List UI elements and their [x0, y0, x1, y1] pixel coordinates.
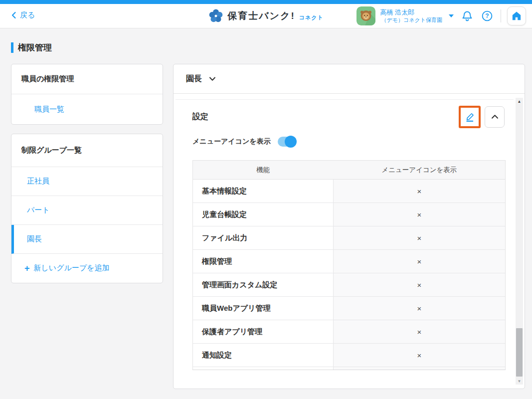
value-cell: × — [334, 226, 505, 249]
value-cell: × — [334, 297, 505, 320]
group-label: パート — [27, 205, 50, 215]
feature-cell — [193, 367, 334, 370]
logo-title: 保育士バンク! — [227, 9, 295, 22]
header-divider — [501, 9, 501, 22]
feature-cell: 管理画面カスタム設定 — [193, 273, 334, 296]
group-selector[interactable]: 園長 — [174, 64, 525, 94]
settings-scroll-area: 設定 メニューアイコンを表示 — [174, 94, 525, 389]
scroll-up-button[interactable]: ▲ — [516, 98, 523, 105]
value-cell: × — [334, 250, 505, 273]
highlight-annotation — [459, 106, 481, 128]
value-cell: × — [334, 203, 505, 226]
title-accent-bar — [11, 42, 13, 53]
group-card-title: 制限グループ一覧 — [11, 134, 163, 167]
sidebar-item-group-seishain[interactable]: 正社員 — [11, 167, 163, 196]
feature-cell: 権限管理 — [193, 250, 334, 273]
feature-cell: 児童台帳設定 — [193, 203, 334, 226]
table-row: 児童台帳設定 × — [193, 203, 505, 226]
sidebar-item-group-encho[interactable]: 園長 — [11, 225, 163, 254]
restriction-group-card: 制限グループ一覧 正社員 パート 園長 + 新しいグループを追加 — [11, 134, 163, 283]
user-org: （デモ）コネクト保育園 — [380, 16, 442, 24]
logo-subtitle: コネクト — [299, 14, 324, 21]
vertical-scrollbar[interactable]: ▲ ▼ — [516, 98, 523, 385]
table-row: 管理画面カスタム設定 × — [193, 273, 505, 297]
table-row: 基本情報設定 × — [193, 180, 505, 203]
column-header-menu-icon: メニューアイコンを表示 — [334, 161, 505, 179]
table-header-row: 機能 メニューアイコンを表示 — [193, 161, 505, 180]
back-link[interactable]: 戻る — [11, 10, 35, 20]
table-row-clipped — [193, 367, 505, 370]
collapse-button[interactable] — [485, 106, 505, 128]
staff-card-title: 職員の権限管理 — [11, 64, 163, 94]
plus-icon: + — [24, 264, 30, 273]
edit-button[interactable] — [461, 108, 479, 126]
user-name: 高橋 浩太郎 — [380, 8, 442, 17]
feature-cell: 通知設定 — [193, 344, 334, 367]
svg-text:?: ? — [485, 12, 489, 19]
chevron-down-icon — [209, 77, 216, 81]
page-title: 権限管理 — [18, 42, 52, 53]
settings-table-container: 機能 メニューアイコンを表示 基本情報設定 × 児童台帳設定 × ファイル出力 … — [192, 160, 506, 370]
add-group-label: 新しいグループを追加 — [34, 263, 110, 273]
bell-icon — [461, 10, 473, 22]
avatar — [356, 6, 375, 25]
scrollbar-thumb[interactable] — [516, 328, 523, 377]
app-header: 戻る 保育士バンク! コネクト — [0, 4, 532, 28]
table-row: 権限管理 × — [193, 250, 505, 273]
value-cell: × — [334, 320, 505, 343]
lion-avatar-icon — [356, 6, 375, 25]
feature-cell: 職員Webアプリ管理 — [193, 297, 334, 320]
value-cell — [334, 367, 505, 370]
user-menu[interactable]: 高橋 浩太郎 （デモ）コネクト保育園 — [356, 6, 454, 25]
staff-list-label: 職員一覧 — [34, 105, 64, 114]
staff-permission-card: 職員の権限管理 職員一覧 — [11, 64, 163, 125]
value-cell: × — [334, 344, 505, 367]
settings-section-title: 設定 — [192, 112, 208, 122]
help-button[interactable]: ? — [481, 9, 494, 22]
top-accent-strip — [0, 0, 532, 4]
table-row: ファイル出力 × — [193, 226, 505, 250]
feature-cell: 保護者アプリ管理 — [193, 320, 334, 343]
chevron-left-icon — [11, 11, 16, 19]
pencil-icon — [465, 112, 475, 122]
menu-icon-toggle-label: メニューアイコンを表示 — [192, 137, 271, 146]
column-header-feature: 機能 — [193, 161, 334, 179]
clip-divider — [176, 99, 514, 100]
table-row: 保護者アプリ管理 × — [193, 320, 505, 344]
feature-cell: ファイル出力 — [193, 226, 334, 249]
back-label: 戻る — [20, 10, 35, 20]
chevron-up-icon — [491, 114, 499, 119]
group-selector-label: 園長 — [186, 74, 202, 84]
group-label: 園長 — [27, 234, 42, 244]
add-group-button[interactable]: + 新しいグループを追加 — [11, 254, 163, 282]
group-label: 正社員 — [27, 177, 49, 186]
question-icon: ? — [481, 10, 493, 22]
permission-detail-panel: 園長 設定 — [173, 64, 525, 389]
settings-table: 機能 メニューアイコンを表示 基本情報設定 × 児童台帳設定 × ファイル出力 … — [192, 160, 506, 370]
home-button[interactable] — [507, 6, 526, 25]
toggle-knob — [285, 136, 297, 148]
sidebar-item-staff-list[interactable]: 職員一覧 — [11, 94, 163, 125]
feature-cell: 基本情報設定 — [193, 180, 334, 202]
notifications-button[interactable] — [461, 9, 474, 22]
home-icon — [511, 10, 523, 22]
menu-icon-toggle[interactable] — [278, 137, 296, 147]
table-row: 通知設定 × — [193, 344, 505, 367]
sakura-logo-icon — [208, 8, 223, 23]
scroll-down-button[interactable]: ▼ — [516, 378, 523, 385]
sidebar-item-group-part[interactable]: パート — [11, 196, 163, 225]
table-row: 職員Webアプリ管理 × — [193, 297, 505, 320]
value-cell: × — [334, 273, 505, 296]
value-cell: × — [334, 180, 505, 202]
caret-down-icon — [449, 14, 454, 17]
